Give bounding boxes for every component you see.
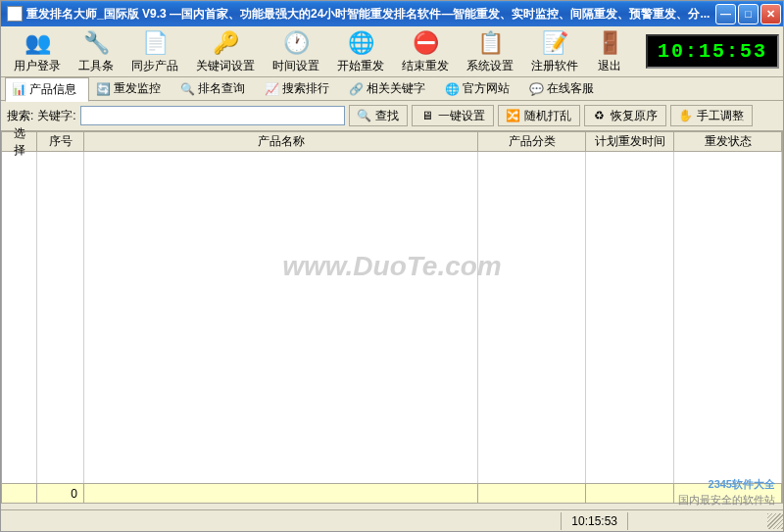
col-category[interactable]: 产品分类	[478, 132, 586, 151]
keyword-input[interactable]	[80, 106, 345, 125]
footer-count: 0	[37, 484, 84, 503]
chart-icon: 📊	[12, 82, 25, 96]
tool-stop[interactable]: ⛔结束重发	[393, 26, 458, 77]
tab-label: 产品信息	[29, 81, 76, 98]
resize-grip[interactable]	[767, 513, 783, 529]
main-toolbar: 👥用户登录 🔧工具条 📄同步产品 🔑关键词设置 🕐时间设置 🌐开始重发 ⛔结束重…	[1, 26, 783, 77]
tool-exit[interactable]: 🚪退出	[587, 26, 632, 77]
col-select[interactable]: 选择	[2, 132, 37, 151]
search-icon: 🔍	[180, 82, 194, 96]
shuffle-button[interactable]: 🔀随机打乱	[498, 105, 580, 126]
col-status[interactable]: 重发状态	[674, 132, 782, 151]
tool-settings[interactable]: 📋系统设置	[458, 26, 522, 77]
tool-keywords[interactable]: 🔑关键词设置	[187, 26, 264, 77]
find-button[interactable]: 🔍查找	[349, 105, 408, 126]
restore-button[interactable]: ♻恢复原序	[584, 105, 666, 126]
recycle-icon: ♻	[593, 109, 607, 122]
clock-icon: 🕐	[282, 29, 310, 57]
link-icon: 🔗	[349, 82, 363, 96]
col-plan-time[interactable]: 计划重发时间	[586, 132, 674, 151]
search-bar: 搜索: 关键字: 🔍查找 🖥一键设置 🔀随机打乱 ♻恢复原序 ✋手工调整	[1, 101, 783, 131]
tab-resend-monitor[interactable]: 🔄重发监控	[89, 76, 173, 101]
status-time: 10:15:53	[564, 514, 625, 528]
monitor-icon: 🖥	[420, 109, 434, 122]
tab-search-rank[interactable]: 📈搜索排行	[258, 76, 342, 101]
tab-label: 搜索排行	[282, 80, 329, 97]
tab-label: 相关关键字	[367, 80, 425, 97]
footer-select	[2, 484, 37, 503]
tab-official-site[interactable]: 🌐官方网站	[438, 76, 522, 101]
status-bar: 10:15:53	[1, 509, 783, 531]
shuffle-icon: 🔀	[507, 109, 520, 122]
users-icon: 👥	[24, 29, 51, 57]
pencil-icon: 📝	[541, 29, 568, 57]
chat-icon: 💬	[529, 82, 543, 96]
tool-start[interactable]: 🌐开始重发	[328, 26, 393, 77]
col-seq[interactable]: 序号	[37, 132, 84, 151]
tab-label: 重发监控	[114, 80, 161, 97]
table-header: 选择 序号 产品名称 产品分类 计划重发时间 重发状态	[2, 132, 782, 152]
close-button[interactable]: ✕	[760, 4, 781, 24]
globe-icon: 🌐	[347, 29, 374, 57]
maximize-button[interactable]: □	[738, 4, 759, 24]
key-icon: 🔑	[212, 29, 239, 57]
window-title: 重发排名大师_国际版 V9.3 —国内首家、功能最强大的24小时智能重发排名软件…	[26, 6, 715, 23]
trend-icon: 📈	[265, 82, 278, 96]
tool-toolbar[interactable]: 🔧工具条	[70, 26, 122, 77]
exit-icon: 🚪	[596, 29, 623, 57]
tool-register[interactable]: 📝注册软件	[522, 26, 587, 77]
table-footer: 0	[2, 483, 782, 503]
tab-label: 在线客服	[547, 80, 594, 97]
document-icon: 📄	[141, 29, 169, 57]
tab-rank-query[interactable]: 🔍排名查询	[173, 76, 258, 101]
wrench-icon: 🔧	[82, 29, 110, 57]
hand-icon: ✋	[679, 109, 693, 122]
tab-related-keywords[interactable]: 🔗相关关键字	[342, 76, 438, 101]
tab-label: 排名查询	[198, 80, 245, 97]
app-icon	[7, 6, 23, 22]
minimize-button[interactable]: —	[715, 4, 736, 24]
keyword-label: 关键字:	[37, 108, 75, 124]
table-body	[2, 152, 782, 483]
one-click-button[interactable]: 🖥一键设置	[412, 105, 494, 126]
product-table: 选择 序号 产品名称 产品分类 计划重发时间 重发状态 0	[1, 131, 783, 504]
tool-sync[interactable]: 📄同步产品	[122, 26, 187, 77]
globe-icon: 🌐	[445, 82, 459, 96]
search-icon: 🔍	[358, 109, 371, 122]
tab-online-support[interactable]: 💬在线客服	[522, 76, 607, 101]
stop-icon: ⛔	[412, 29, 439, 57]
clipboard-icon: 📋	[476, 29, 504, 57]
refresh-icon: 🔄	[96, 82, 110, 96]
search-prefix: 搜索:	[7, 108, 33, 124]
tool-time[interactable]: 🕐时间设置	[264, 26, 328, 77]
titlebar: 重发排名大师_国际版 V9.3 —国内首家、功能最强大的24小时智能重发排名软件…	[1, 1, 783, 26]
clock-display: 10:15:53	[646, 34, 779, 69]
col-name[interactable]: 产品名称	[84, 132, 478, 151]
tab-bar: 📊产品信息 🔄重发监控 🔍排名查询 📈搜索排行 🔗相关关键字 🌐官方网站 💬在线…	[1, 77, 783, 101]
manual-button[interactable]: ✋手工调整	[670, 105, 753, 126]
tool-login[interactable]: 👥用户登录	[5, 26, 70, 77]
tab-label: 官方网站	[463, 80, 510, 97]
window-controls: — □ ✕	[715, 4, 781, 24]
tab-product-info[interactable]: 📊产品信息	[5, 77, 89, 102]
